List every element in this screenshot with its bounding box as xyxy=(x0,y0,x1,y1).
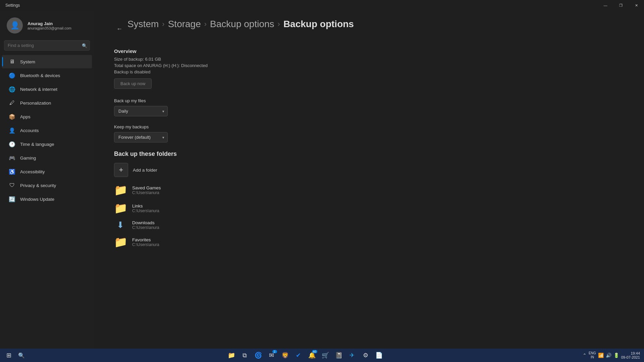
sidebar-item-label-system: System xyxy=(20,59,35,64)
keep-backups-label: Keep my backups xyxy=(114,124,624,129)
wifi-icon[interactable]: 📶 xyxy=(598,353,604,358)
back-up-now-button[interactable]: Back up now xyxy=(114,78,152,89)
add-folder-button[interactable]: + Add a folder xyxy=(114,163,624,177)
update-icon: 🔄 xyxy=(9,196,15,202)
telegram-icon: ✈ xyxy=(350,352,355,359)
chevron-up-icon[interactable]: ⌃ xyxy=(583,353,587,358)
folder-path-downloads: C:\Users\anura xyxy=(132,225,159,230)
breadcrumb-backup-options-1: Backup options xyxy=(210,19,274,29)
folder-path-links: C:\Users\anura xyxy=(132,208,159,213)
backup-frequency-dropdown-wrap: Daily Hourly Every 12 hours Weekly ▾ xyxy=(114,106,168,116)
sidebar-item-label-accounts: Accounts xyxy=(20,128,39,133)
settings-taskbar-icon: ⚙ xyxy=(363,352,368,359)
sidebar-nav: 🖥 System 🔵 Bluetooth & devices 🌐 Network… xyxy=(0,55,94,206)
taskbar-search-button[interactable]: 🔍 xyxy=(15,349,28,361)
close-button[interactable]: ✕ xyxy=(629,0,644,11)
taskbar-apps: 📁 ⧉ 🌀 ✉ 2 🦁 ✔ 🔔 40 🛒 📓 ✈ xyxy=(28,349,582,361)
language-indicator: ENG IN xyxy=(589,351,596,359)
folder-item-favorites: 📁 Favorites C:\Users\anura xyxy=(114,236,624,248)
notifications-badge: 40 xyxy=(312,350,317,353)
add-folder-icon: + xyxy=(114,163,128,177)
user-info: Anurag Jain anuragjain353@gmail.com xyxy=(28,21,71,30)
sidebar-item-accounts[interactable]: 👤 Accounts xyxy=(2,124,92,137)
minimize-button[interactable]: — xyxy=(598,0,613,11)
sidebar: 👤 Anurag Jain anuragjain353@gmail.com 🔍 … xyxy=(0,11,94,349)
sidebar-item-label-personalization: Personalization xyxy=(20,101,51,106)
sidebar-item-update[interactable]: 🔄 Windows Update xyxy=(2,192,92,206)
folder-info-links: Links C:\Users\anura xyxy=(132,203,159,213)
mail-badge: 2 xyxy=(272,350,277,353)
sidebar-item-label-time: Time & language xyxy=(20,142,54,147)
keep-backups-dropdown[interactable]: Forever (default) 1 month 3 months 6 mon… xyxy=(114,132,168,142)
sidebar-item-label-accessibility: Accessibility xyxy=(20,169,45,174)
breadcrumb-sep-2: › xyxy=(204,20,207,28)
sidebar-item-accessibility[interactable]: ♿ Accessibility xyxy=(2,165,92,178)
sidebar-item-apps[interactable]: 📦 Apps xyxy=(2,110,92,123)
personalization-icon: 🖊 xyxy=(9,100,15,106)
back-button[interactable]: ← xyxy=(114,23,125,34)
app-container: 👤 Anurag Jain anuragjain353@gmail.com 🔍 … xyxy=(0,11,644,349)
volume-icon[interactable]: 🔊 xyxy=(606,353,611,358)
sidebar-item-privacy[interactable]: 🛡 Privacy & security xyxy=(2,179,92,192)
word-icon: 📄 xyxy=(375,352,383,359)
taskbar-app-notifications[interactable]: 🔔 40 xyxy=(306,349,318,361)
taskbar-app-onenote[interactable]: 📓 xyxy=(333,349,345,361)
start-button[interactable]: ⊞ xyxy=(3,349,15,361)
sidebar-item-label-update: Windows Update xyxy=(20,197,54,202)
clock-time: 19:44 xyxy=(621,351,640,355)
downloads-icon: ⬇ xyxy=(114,220,127,230)
battery-icon[interactable]: 🔋 xyxy=(613,353,619,358)
folder-item-saved-games: 📁 Saved Games C:\Users\anura xyxy=(114,184,624,196)
search-input[interactable] xyxy=(4,40,90,51)
folder-info-downloads: Downloads C:\Users\anura xyxy=(132,220,159,230)
amazon-icon: 🛒 xyxy=(322,352,329,359)
sidebar-item-gaming[interactable]: 🎮 Gaming xyxy=(2,151,92,165)
taskbar-right: ⌃ ENG IN 📶 🔊 🔋 19:44 09-07-2021 xyxy=(583,351,641,359)
time-icon: 🕐 xyxy=(9,141,15,147)
sidebar-item-time[interactable]: 🕐 Time & language xyxy=(2,137,92,151)
taskbar-app-edge[interactable]: 🌀 xyxy=(252,349,264,361)
sidebar-item-bluetooth[interactable]: 🔵 Bluetooth & devices xyxy=(2,69,92,82)
sidebar-item-label-privacy: Privacy & security xyxy=(20,183,56,188)
backup-frequency-label: Back up my files xyxy=(114,98,624,103)
taskbar-app-brave[interactable]: 🦁 xyxy=(279,349,291,361)
onenote-icon: 📓 xyxy=(335,352,342,359)
folder-name-downloads: Downloads xyxy=(132,220,159,225)
taskbar-app-mail[interactable]: ✉ 2 xyxy=(266,349,278,361)
clock-date: 09-07-2021 xyxy=(621,355,640,359)
sidebar-item-personalization[interactable]: 🖊 Personalization xyxy=(2,96,92,110)
taskview-icon: ⧉ xyxy=(243,352,247,359)
taskbar-app-todo[interactable]: ✔ xyxy=(292,349,305,361)
keep-backups-dropdown-wrap: Forever (default) 1 month 3 months 6 mon… xyxy=(114,132,168,142)
titlebar: Settings — ❐ ✕ xyxy=(0,0,644,11)
gaming-icon: 🎮 xyxy=(9,155,15,161)
folder-item-downloads: ⬇ Downloads C:\Users\anura xyxy=(114,220,624,230)
keep-backups-section: Keep my backups Forever (default) 1 mont… xyxy=(114,124,624,142)
taskbar-app-explorer[interactable]: 📁 xyxy=(225,349,237,361)
sidebar-item-label-apps: Apps xyxy=(20,114,31,119)
system-icon: 🖥 xyxy=(9,58,15,65)
folder-item-links: 📁 Links C:\Users\anura xyxy=(114,202,624,215)
sidebar-item-network[interactable]: 🌐 Network & internet xyxy=(2,82,92,96)
backup-frequency-section: Back up my files Daily Hourly Every 12 h… xyxy=(114,98,624,116)
taskbar-app-settings[interactable]: ⚙ xyxy=(360,349,372,361)
user-name: Anurag Jain xyxy=(28,21,71,26)
maximize-button[interactable]: ❐ xyxy=(613,0,629,11)
search-icon: 🔍 xyxy=(82,43,87,48)
lang-top: ENG xyxy=(589,351,596,355)
breadcrumb: System › Storage › Backup options › Back… xyxy=(127,19,354,29)
explorer-icon: 📁 xyxy=(228,352,235,359)
taskbar-app-word[interactable]: 📄 xyxy=(373,349,385,361)
taskbar: ⊞ 🔍 📁 ⧉ 🌀 ✉ 2 🦁 ✔ 🔔 40 🛒 📓 xyxy=(0,349,644,362)
breadcrumb-system: System xyxy=(127,19,159,29)
breadcrumb-sep-1: › xyxy=(162,20,164,28)
user-section: 👤 Anurag Jain anuragjain353@gmail.com xyxy=(0,11,94,39)
taskbar-app-telegram[interactable]: ✈ xyxy=(346,349,358,361)
taskbar-app-taskview[interactable]: ⧉ xyxy=(239,349,251,361)
backup-size: Size of backup: 6.01 GB xyxy=(114,57,624,62)
taskbar-app-amazon[interactable]: 🛒 xyxy=(319,349,331,361)
overview-section: Overview Size of backup: 6.01 GB Total s… xyxy=(114,48,624,98)
backup-frequency-dropdown[interactable]: Daily Hourly Every 12 hours Weekly xyxy=(114,106,168,116)
sidebar-item-system[interactable]: 🖥 System xyxy=(2,55,92,68)
folder-path-favorites: C:\Users\anura xyxy=(132,242,159,247)
